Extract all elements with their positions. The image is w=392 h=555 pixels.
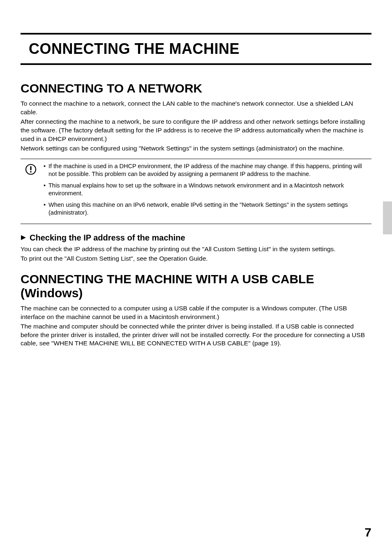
body-text: You can check the IP address of the mach… <box>21 245 371 254</box>
body-text: Network settings can be configured using… <box>21 144 371 153</box>
callout-item: If the machine is used in a DHCP environ… <box>44 162 368 178</box>
callout-item: When using this machine on an IPv6 netwo… <box>44 201 368 217</box>
section-title-usb: CONNECTING THE MACHINE WITH A USB CABLE … <box>21 272 371 300</box>
svg-rect-2 <box>30 171 31 172</box>
body-text: After connecting the machine to a networ… <box>21 118 371 143</box>
svg-marker-3 <box>21 235 26 240</box>
subsection-heading-text: Checking the IP address of the machine <box>30 233 185 243</box>
callout-item: This manual explains how to set up the s… <box>44 182 368 198</box>
page-number: 7 <box>364 525 371 539</box>
body-text: To print out the "All Custom Setting Lis… <box>21 254 371 263</box>
subsection-heading: Checking the IP address of the machine <box>21 233 371 243</box>
chapter-rule-top <box>21 33 371 35</box>
body-text: The machine and computer should be conne… <box>21 322 371 348</box>
warning-callout: If the machine is used in a DHCP environ… <box>21 159 371 224</box>
warning-icon <box>24 162 38 176</box>
svg-rect-1 <box>30 166 31 170</box>
callout-list: If the machine is used in a DHCP environ… <box>44 162 368 220</box>
body-text: The machine can be connected to a comput… <box>21 304 371 321</box>
body-text: To connect the machine to a network, con… <box>21 99 371 117</box>
section-title-network: CONNECTING TO A NETWORK <box>21 81 371 95</box>
chapter-title: CONNECTING THE MACHINE <box>21 37 371 61</box>
triangle-icon <box>21 235 26 240</box>
document-page: CONNECTING THE MACHINE CONNECTING TO A N… <box>0 0 392 555</box>
side-tab <box>383 201 392 234</box>
chapter-rule-bottom <box>21 63 371 65</box>
